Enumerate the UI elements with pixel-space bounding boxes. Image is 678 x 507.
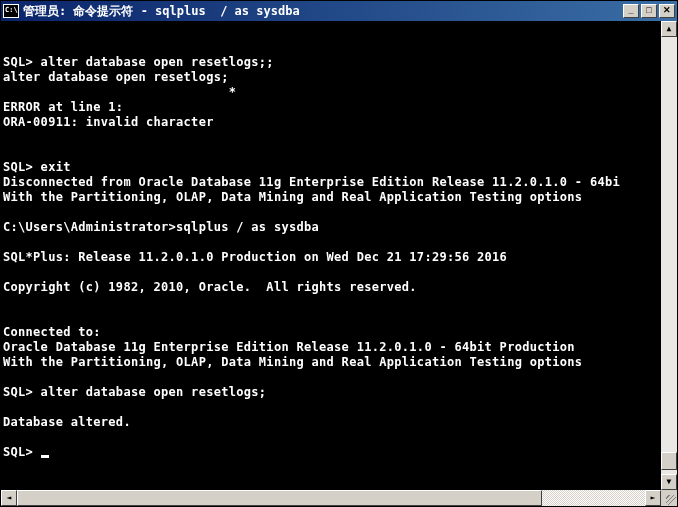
v-scroll-track[interactable] bbox=[661, 37, 677, 474]
terminal-wrap: SQL> alter database open resetlogs;; alt… bbox=[1, 21, 677, 490]
titlebar[interactable]: C:\ 管理员: 命令提示符 - sqlplus / as sysdba _ □… bbox=[1, 1, 677, 21]
h-scroll-track[interactable] bbox=[17, 490, 645, 506]
window-title: 管理员: 命令提示符 - sqlplus / as sysdba bbox=[23, 3, 623, 20]
h-scroll-thumb[interactable] bbox=[17, 490, 542, 506]
scroll-left-button[interactable]: ◄ bbox=[1, 490, 17, 506]
scroll-up-button[interactable]: ▲ bbox=[661, 21, 677, 37]
maximize-button[interactable]: □ bbox=[641, 4, 657, 18]
app-icon: C:\ bbox=[3, 4, 19, 18]
terminal-output[interactable]: SQL> alter database open resetlogs;; alt… bbox=[1, 21, 661, 490]
scroll-right-button[interactable]: ► bbox=[645, 490, 661, 506]
window-controls: _ □ ✕ bbox=[623, 4, 675, 18]
terminal-cursor bbox=[41, 455, 49, 458]
close-button[interactable]: ✕ bbox=[659, 4, 675, 18]
client-area: SQL> alter database open resetlogs;; alt… bbox=[1, 21, 677, 506]
vertical-scrollbar[interactable]: ▲ ▼ bbox=[661, 21, 677, 490]
horizontal-scrollbar[interactable]: ◄ ► bbox=[1, 490, 677, 506]
scroll-down-button[interactable]: ▼ bbox=[661, 474, 677, 490]
window-frame: C:\ 管理员: 命令提示符 - sqlplus / as sysdba _ □… bbox=[0, 0, 678, 507]
minimize-button[interactable]: _ bbox=[623, 4, 639, 18]
v-scroll-thumb[interactable] bbox=[661, 452, 677, 470]
resize-grip[interactable] bbox=[661, 490, 677, 506]
